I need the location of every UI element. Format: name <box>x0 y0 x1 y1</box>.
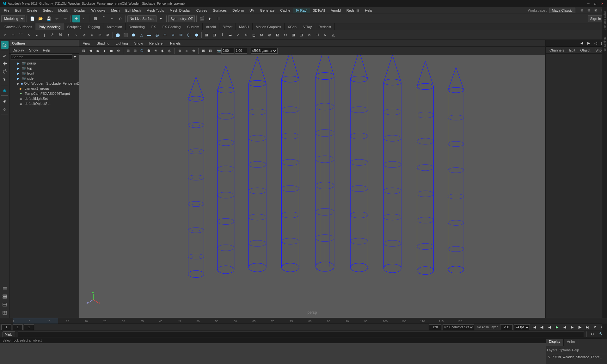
menu-curves[interactable]: Curves <box>194 8 210 13</box>
mel-python-toggle[interactable]: MEL <box>3 331 15 337</box>
shelf-sphere[interactable]: ⬤ <box>114 31 121 39</box>
rp-tab-display[interactable]: Display <box>546 339 564 346</box>
shelf-mirror[interactable]: ⊣ <box>313 31 321 39</box>
shelf-curve5[interactable]: ∂ <box>49 31 56 39</box>
maximize-button[interactable]: □ <box>593 1 598 6</box>
tab-redshift[interactable]: Redshift <box>315 23 334 30</box>
menu-surfaces[interactable]: Surfaces <box>211 8 229 13</box>
outliner-item-objectset[interactable]: ◉ defaultObjectSet <box>17 101 79 106</box>
rp-tab-anim[interactable]: Anim <box>564 339 578 346</box>
outliner-item-front[interactable]: ▶ 📷 front <box>15 71 79 76</box>
soft-modify[interactable]: ⌾ <box>1 105 9 113</box>
menu-uv[interactable]: UV <box>247 8 257 13</box>
vp-isolate-btn[interactable]: ⊙ <box>115 48 121 54</box>
command-input[interactable] <box>18 331 584 337</box>
redo-btn[interactable]: ↪ <box>61 15 69 22</box>
vp-frame-btn[interactable]: ⏹ <box>108 48 114 54</box>
tab-animation[interactable]: Animation <box>103 23 126 30</box>
current-frame-input[interactable] <box>1 325 11 330</box>
vp-aa-btn[interactable]: ≈ <box>183 48 190 54</box>
menu-file[interactable]: File <box>1 8 12 13</box>
tab-mash[interactable]: MASH <box>236 23 253 30</box>
snap-point-btn[interactable]: • <box>108 15 116 22</box>
vp-resolution-btn[interactable]: ⊕ <box>176 48 183 54</box>
outliner-item-camera-group[interactable]: ▶ camera1_group <box>17 86 79 91</box>
pb-play-fwd[interactable]: ▶ <box>554 324 560 331</box>
rph-object[interactable]: Object <box>579 48 592 53</box>
vp-textured-btn[interactable]: ⬢ <box>146 48 152 54</box>
menu-mesh[interactable]: Mesh <box>108 8 122 13</box>
layout-btn-1[interactable]: ⊞ <box>579 8 585 13</box>
shelf-cube[interactable]: ⬛ <box>122 31 129 39</box>
tab-poly-modeling[interactable]: Poly Modeling <box>35 23 64 30</box>
shelf-curve7[interactable]: ⍋ <box>64 31 72 39</box>
tab-vray[interactable]: VRay <box>300 23 315 30</box>
symmetry-btn[interactable]: Symmetry: Off <box>168 15 195 22</box>
menu-help[interactable]: Help <box>362 8 375 13</box>
shelf-cylinder[interactable]: ⬟ <box>130 31 137 39</box>
shelf-curve3[interactable]: ⌣ <box>33 31 40 39</box>
vp-wireframe-btn[interactable]: ⊟ <box>132 48 138 54</box>
outliner-show-menu[interactable]: Show <box>27 48 40 52</box>
tab-fx[interactable]: FX <box>148 23 159 30</box>
vp-menu-view[interactable]: View <box>82 41 92 46</box>
display-layer-btn3[interactable] <box>1 301 9 308</box>
snap-surface-btn[interactable]: ◇ <box>116 15 124 22</box>
shelf-bevel[interactable]: ⊿ <box>234 31 242 39</box>
save-btn[interactable]: 💾 <box>45 15 52 22</box>
vp-playback-start[interactable]: ⏮ <box>94 48 101 54</box>
shelf-bridge[interactable]: ⇌ <box>226 31 234 39</box>
vp-colorspace-select[interactable]: sRGB gamma <box>251 48 278 54</box>
rp-icon-3[interactable]: ◁ <box>592 40 599 46</box>
outliner-item-tempcam[interactable]: ✦ TempCamFBXASC046Target <box>17 91 79 96</box>
tab-bifrost[interactable]: Bifrost <box>219 23 236 30</box>
shelf-separate[interactable]: ⊟ <box>211 31 218 39</box>
shelf-curve12[interactable]: ⊗ <box>104 31 112 39</box>
shelf-torus[interactable]: ◎ <box>153 31 161 39</box>
outliner-item-side[interactable]: ▶ 📷 side <box>15 76 79 81</box>
menu-mesh-display[interactable]: Mesh Display <box>167 8 193 13</box>
shelf-multi-cut[interactable]: ✂ <box>282 31 289 39</box>
vp-select-all[interactable]: ⊞ <box>125 48 131 54</box>
tab-arnold[interactable]: Arnold <box>203 23 219 30</box>
tab-rendering[interactable]: Rendering <box>126 23 148 30</box>
shelf-crease[interactable]: ≋ <box>305 31 313 39</box>
tool-settings-label[interactable]: Tool Settings <box>603 37 606 53</box>
rp-help-btn[interactable]: Help <box>572 348 579 352</box>
menu-create[interactable]: Create <box>24 8 40 13</box>
menu-vray[interactable]: [V-Ray] <box>293 8 310 13</box>
menu-modify[interactable]: Modify <box>56 8 71 13</box>
scale-tool[interactable] <box>1 76 9 84</box>
shelf-cone[interactable]: △ <box>138 31 145 39</box>
rph-channels[interactable]: Channels <box>548 48 565 53</box>
shelf-curve8[interactable]: ⍩ <box>72 31 80 39</box>
vp-menu-lighting[interactable]: Lighting <box>114 41 129 46</box>
range-max-input[interactable] <box>500 325 513 330</box>
shelf-square[interactable]: □ <box>9 31 17 39</box>
shelf-gear[interactable]: ⚙ <box>177 31 185 39</box>
snap-curve-btn[interactable]: ⌒ <box>100 15 107 22</box>
rp-options-btn[interactable]: Options <box>559 348 571 352</box>
range-end-input[interactable] <box>429 325 441 330</box>
shelf-curve4[interactable]: ∫ <box>41 31 48 39</box>
close-button[interactable]: ✕ <box>600 1 604 6</box>
vp-shaded-btn[interactable]: ⬡ <box>139 48 145 54</box>
vp-prev-camera[interactable]: ◀ <box>87 48 94 54</box>
vp-bookmark-btn[interactable]: ⊟ <box>207 48 213 54</box>
display-layer-btn4[interactable] <box>1 309 9 317</box>
tab-xgen[interactable]: XGen <box>285 23 300 30</box>
mode-dropdown[interactable]: Modeling <box>1 15 25 22</box>
rp-icon-2[interactable]: ▶ <box>586 40 592 46</box>
pb-end[interactable]: ▶| <box>584 324 591 331</box>
rph-edit[interactable]: Edit <box>568 48 576 53</box>
select-tool[interactable] <box>1 41 9 49</box>
vp-shadow-btn[interactable]: ◐ <box>160 48 166 54</box>
menu-select[interactable]: Select <box>40 8 55 13</box>
tab-rigging[interactable]: Rigging <box>85 23 103 30</box>
workspace-value[interactable]: Maya Classic <box>549 8 575 13</box>
snap-to-surface[interactable]: ◈ <box>1 97 9 105</box>
menu-display[interactable]: Display <box>72 8 88 13</box>
undo-btn[interactable]: ↩ <box>53 15 61 22</box>
display-layer-btn1[interactable] <box>1 284 9 292</box>
pb-prev-key[interactable]: ◀| <box>539 324 545 331</box>
